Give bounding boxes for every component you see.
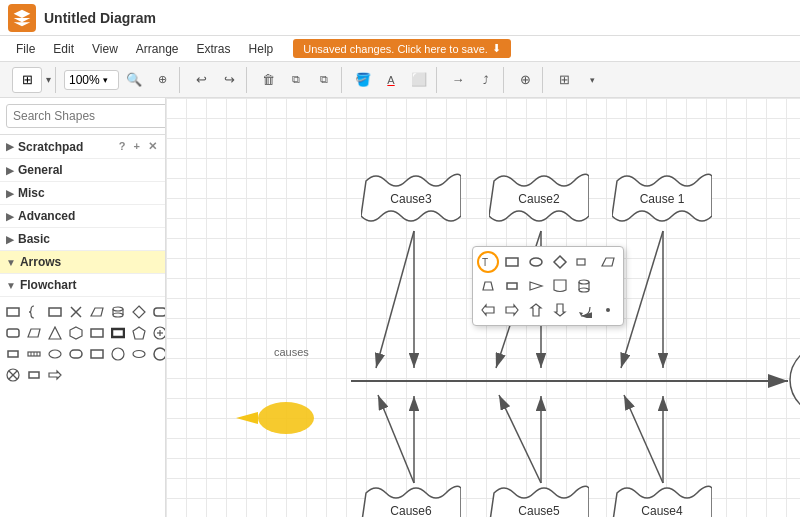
zoom-out-button[interactable]: 🔍 xyxy=(121,67,147,93)
picker-cylinder2[interactable] xyxy=(573,275,595,297)
shape-hexagon[interactable] xyxy=(67,324,85,342)
shape-rect-outline[interactable] xyxy=(46,303,64,321)
shape-diamond2[interactable] xyxy=(130,303,148,321)
shape-small-rect2[interactable] xyxy=(25,366,43,384)
sidebar-item-advanced[interactable]: ▶ Advanced xyxy=(0,205,165,228)
toolbar: ⊞ ▾ 100% ▾ 🔍 ⊕ ↩ ↪ 🗑 ⧉ ⧉ 🪣 A ⬜ → ⤴ ⊕ ⊞ ▾ xyxy=(0,62,800,98)
shape-cross[interactable] xyxy=(67,303,85,321)
shape-skew-rect[interactable] xyxy=(25,324,43,342)
shape-rounded-rect2[interactable] xyxy=(4,324,22,342)
menu-file[interactable]: File xyxy=(8,40,43,58)
search-input[interactable] xyxy=(6,104,166,128)
sidebar-item-general[interactable]: ▶ General xyxy=(0,159,165,182)
picker-arrow-down[interactable] xyxy=(549,299,571,321)
shape-rect3[interactable] xyxy=(88,324,106,342)
picker-curved-arrow[interactable] xyxy=(573,299,595,321)
shape-picker-popup[interactable]: T xyxy=(472,246,624,326)
shape-triangle[interactable] xyxy=(46,324,64,342)
menu-extras[interactable]: Extras xyxy=(189,40,239,58)
zoom-in-button[interactable]: ⊕ xyxy=(149,67,175,93)
picker-shapes-more1[interactable] xyxy=(573,251,595,273)
picker-arrow-up[interactable] xyxy=(525,299,547,321)
shape-ellipse2[interactable] xyxy=(46,345,64,363)
picker-blank[interactable] xyxy=(597,275,619,297)
zoom-display[interactable]: 100% ▾ xyxy=(64,70,119,90)
shape-format-button[interactable]: ⬜ xyxy=(406,67,432,93)
svg-line-49 xyxy=(378,395,414,483)
shape-curly-bracket[interactable] xyxy=(25,303,43,321)
cause5-node[interactable]: Cause5 xyxy=(489,483,589,517)
cause2-node[interactable]: Cause2 xyxy=(489,171,589,226)
shape-rect5[interactable] xyxy=(88,345,106,363)
line-color-icon: A xyxy=(387,74,394,86)
sidebar-item-scratchpad[interactable]: ▶ Scratchpad ? + ✕ xyxy=(0,135,165,159)
unsaved-changes-button[interactable]: Unsaved changes. Click here to save. ⬇ xyxy=(293,39,511,58)
picker-dot[interactable] xyxy=(597,299,619,321)
redo-button[interactable]: ↪ xyxy=(216,67,242,93)
canvas[interactable]: causes Cause3 Cause2 Cause 1 xyxy=(166,98,800,517)
cause6-node[interactable]: Cause6 xyxy=(361,483,461,517)
picker-diamond[interactable] xyxy=(549,251,571,273)
menu-view[interactable]: View xyxy=(84,40,126,58)
shape-ellipse3[interactable] xyxy=(130,345,148,363)
shape-arrow-right[interactable] xyxy=(46,366,64,384)
picker-rect[interactable] xyxy=(501,251,523,273)
picker-arrow-right2[interactable] xyxy=(501,299,523,321)
paste-button[interactable]: ⧉ xyxy=(311,67,337,93)
cause4-node[interactable]: Cause4 xyxy=(612,483,712,517)
cause3-node[interactable]: Cause3 xyxy=(361,171,461,226)
shape-rectangle[interactable] xyxy=(4,303,22,321)
scratchpad-add-button[interactable]: + xyxy=(132,139,142,154)
sidebar-item-flowchart[interactable]: ▼ Flowchart xyxy=(0,274,165,297)
shape-pentagon[interactable] xyxy=(130,324,148,342)
sidebar-item-basic[interactable]: ▶ Basic xyxy=(0,228,165,251)
table-button[interactable]: ⊞ xyxy=(551,67,577,93)
page-view-button[interactable]: ⊞ xyxy=(12,67,42,93)
shape-circle2[interactable] xyxy=(109,345,127,363)
picker-small-rect[interactable] xyxy=(501,275,523,297)
undo-button[interactable]: ↩ xyxy=(188,67,214,93)
table-arrow-button[interactable]: ▾ xyxy=(579,67,605,93)
shape-circle-plus[interactable] xyxy=(151,324,166,342)
shape-rounded2[interactable] xyxy=(67,345,85,363)
waypoint-button[interactable]: ⤴ xyxy=(473,67,499,93)
shape-cylinder[interactable] xyxy=(109,303,127,321)
menu-arrange[interactable]: Arrange xyxy=(128,40,187,58)
picker-trapezoid[interactable] xyxy=(477,275,499,297)
shape-circle3[interactable] xyxy=(151,345,166,363)
picker-parallelogram[interactable] xyxy=(597,251,619,273)
insert-button[interactable]: ⊕ xyxy=(512,67,538,93)
menu-help[interactable]: Help xyxy=(241,40,282,58)
delete-button[interactable]: 🗑 xyxy=(255,67,281,93)
picker-doc[interactable] xyxy=(549,275,571,297)
main-problem-node[interactable]: Main Problem xyxy=(788,335,800,425)
shape-small-rect[interactable] xyxy=(4,345,22,363)
svg-text:T: T xyxy=(482,257,488,268)
picker-ellipse[interactable] xyxy=(525,251,547,273)
cause6-label: Cause6 xyxy=(390,504,431,518)
copy-button[interactable]: ⧉ xyxy=(283,67,309,93)
picker-text[interactable]: T xyxy=(477,251,499,273)
shape-parallelogram[interactable] xyxy=(88,303,106,321)
paste-icon: ⧉ xyxy=(320,73,328,86)
sidebar-item-misc[interactable]: ▶ Misc xyxy=(0,182,165,205)
scratchpad-help-button[interactable]: ? xyxy=(117,139,128,154)
fill-button[interactable]: 🪣 xyxy=(350,67,376,93)
menu-edit[interactable]: Edit xyxy=(45,40,82,58)
connector-icon: → xyxy=(452,72,465,87)
svg-point-8 xyxy=(113,313,123,317)
svg-rect-27 xyxy=(70,350,82,358)
line-color-button[interactable]: A xyxy=(378,67,404,93)
shape-rect4[interactable] xyxy=(109,324,127,342)
sidebar-item-arrows[interactable]: ▼ Arrows xyxy=(0,251,165,274)
shape-circle-cross[interactable] xyxy=(4,366,22,384)
shape-dots[interactable] xyxy=(25,345,43,363)
connector-style-button[interactable]: → xyxy=(445,67,471,93)
picker-arrow-right-triangle[interactable] xyxy=(525,275,547,297)
cause1-node[interactable]: Cause 1 xyxy=(612,171,712,226)
picker-arrow-left[interactable] xyxy=(477,299,499,321)
scratchpad-close-button[interactable]: ✕ xyxy=(146,139,159,154)
shape-rounded-rect[interactable] xyxy=(151,303,166,321)
cause2-label: Cause2 xyxy=(518,192,559,206)
history-group: ↩ ↪ xyxy=(184,67,247,93)
